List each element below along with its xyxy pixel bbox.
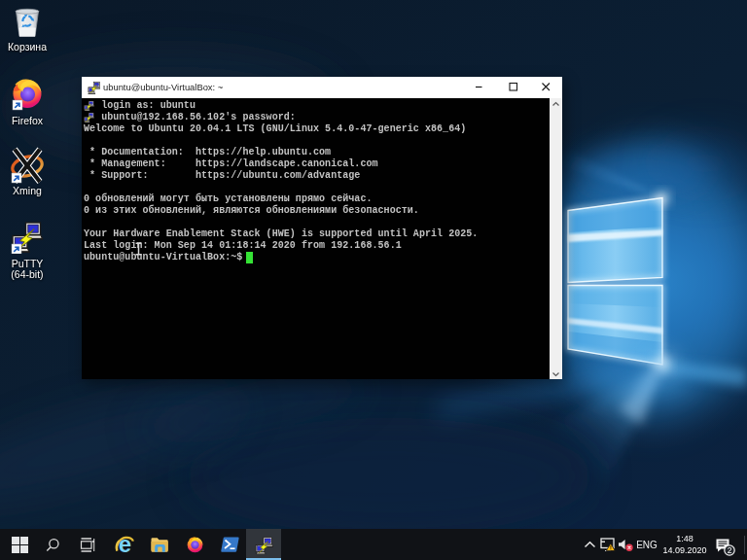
svg-text:e: e — [119, 535, 131, 554]
